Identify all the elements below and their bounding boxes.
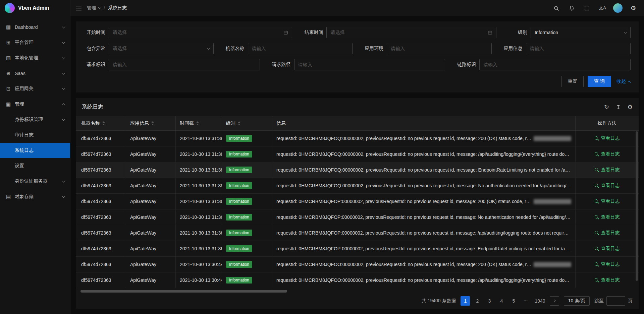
refresh-icon[interactable]: ↻ [604, 104, 609, 110]
reset-button[interactable]: 重置 [561, 76, 584, 87]
vertical-scrollbar[interactable] [636, 131, 638, 287]
sidebar-subitem[interactable]: 审计日志 [0, 127, 70, 143]
app-info-input-wrap [526, 43, 631, 54]
table-row: df5974d72363ApiGateWay2021-10-30 13:31:3… [76, 146, 639, 162]
cell-app-info: ApiGateWay [126, 209, 176, 225]
sidebar-item-gateway[interactable]: ⊡应用网关 [0, 81, 70, 97]
level-badge: Information [226, 230, 252, 236]
machine-name-input[interactable] [252, 46, 349, 51]
horizontal-scrollbar-thumb[interactable] [80, 290, 287, 293]
page-button-4[interactable]: 4 [497, 296, 506, 306]
table-toolbar: 系统日志 ↻ ⚙ [76, 98, 639, 116]
column-header[interactable]: 时间戳 [176, 116, 222, 130]
page-size-select[interactable]: 10 条/页 [564, 296, 590, 306]
chevron-down-icon [624, 30, 627, 34]
trace-id-input[interactable] [483, 62, 627, 67]
row-height-icon[interactable] [616, 105, 621, 110]
breadcrumb-separator: / [104, 5, 105, 11]
fullscreen-icon[interactable] [582, 0, 592, 16]
collapse-link[interactable]: 收起 [616, 78, 631, 84]
column-header[interactable]: 应用信息 [126, 116, 176, 130]
settings-icon[interactable]: ⚙ [628, 0, 639, 16]
chevron-up-icon [628, 81, 631, 83]
cell-machine-name: df5974d72363 [76, 146, 126, 162]
table-row: df5974d72363ApiGateWay2021-10-30 13:31:3… [76, 209, 639, 225]
cell-level: Information [222, 146, 272, 162]
sidebar-subitem[interactable]: 身份标识管理 [0, 112, 70, 127]
breadcrumb-parent-label: 管理 [87, 5, 96, 11]
sidebar-subitem-label: 设置 [15, 163, 65, 169]
sidebar: Vben Admin ▦Dashboard⊞平台管理▧本地化管理⊕Saas⊡应用… [0, 0, 70, 314]
app-info-input[interactable] [530, 46, 627, 51]
view-log-link[interactable]: 查看日志 [595, 151, 620, 157]
start-time-datepicker[interactable]: 请选择 [109, 27, 292, 38]
field-request-path: 请求路径 [269, 59, 445, 70]
jump-page-input[interactable] [606, 296, 625, 306]
cell-level: Information [222, 225, 272, 241]
view-log-link[interactable]: 查看日志 [595, 135, 620, 141]
column-header[interactable]: 机器名称 [76, 116, 126, 130]
request-id-input[interactable] [113, 62, 256, 67]
cell-app-info: ApiGateWay [126, 131, 176, 146]
breadcrumb-item-parent[interactable]: 管理 [87, 5, 101, 11]
sidebar-item-object-storage[interactable]: ▤对象存储 [0, 189, 70, 204]
vertical-scrollbar-thumb[interactable] [636, 131, 638, 281]
logo[interactable]: Vben Admin [0, 0, 70, 16]
object-storage-icon: ▤ [5, 194, 11, 200]
translate-icon[interactable]: 文A [597, 0, 608, 16]
cell-message: requestId: 0HMCRBM8JQFOO:00000002, previ… [272, 272, 576, 288]
view-log-link[interactable]: 查看日志 [595, 246, 620, 252]
cell-message: requestId: 0HMCRBM8JQFOQ:00000002, previ… [272, 178, 576, 193]
view-log-link[interactable]: 查看日志 [595, 230, 620, 236]
next-page-button[interactable] [550, 296, 559, 306]
table-title: 系统日志 [82, 104, 103, 111]
request-path-input[interactable] [298, 62, 441, 67]
cell-app-info: ApiGateWay [126, 225, 176, 241]
request-path-input-wrap [294, 59, 445, 70]
column-settings-icon[interactable]: ⚙ [628, 104, 633, 110]
sidebar-item-localization[interactable]: ▧本地化管理 [0, 50, 70, 66]
page-button-2[interactable]: 2 [473, 296, 482, 306]
end-time-datepicker[interactable]: 请选择 [326, 27, 496, 38]
page-button-5[interactable]: 5 [509, 296, 518, 306]
cell-timestamp: 2021-10-30 13:31:36 [176, 194, 222, 209]
view-log-link[interactable]: 查看日志 [595, 261, 620, 267]
page-button-1940[interactable]: 1940 [533, 296, 547, 306]
message-text: requestId: 0HMCRBM8JQFOP:00000002, previ… [276, 230, 571, 236]
sidebar-subitem[interactable]: 身份认证服务器 [0, 174, 70, 189]
view-log-link[interactable]: 查看日志 [595, 277, 620, 283]
cell-actions: 查看日志 [576, 209, 639, 225]
app-env-input[interactable] [391, 46, 488, 51]
menu-fold-icon[interactable] [75, 4, 82, 12]
field-machine-name: 机器名称 [223, 43, 353, 54]
page-button-1[interactable]: 1 [461, 296, 470, 306]
sidebar-item-saas[interactable]: ⊕Saas [0, 66, 70, 81]
sidebar-item-label: 平台管理 [15, 40, 62, 46]
cell-machine-name: df5974d72363 [76, 225, 126, 241]
sidebar-item-dashboard[interactable]: ▦Dashboard [0, 19, 70, 35]
sort-desc-icon [238, 124, 240, 125]
user-avatar[interactable] [612, 0, 623, 16]
search-button[interactable]: 查 询 [588, 76, 611, 87]
level-select[interactable]: Information [531, 27, 631, 38]
column-header[interactable]: 级别 [222, 116, 272, 130]
view-log-link[interactable]: 查看日志 [595, 183, 620, 189]
jump-prefix-label: 跳至 [594, 298, 604, 304]
page-button-3[interactable]: 3 [485, 296, 494, 306]
view-log-link[interactable]: 查看日志 [595, 214, 620, 220]
field-trace-id: 链路标识 [454, 59, 631, 70]
sidebar-item-management[interactable]: ▣管理 [0, 97, 70, 112]
cell-app-info: ApiGateWay [126, 178, 176, 193]
sidebar-subitem[interactable]: 设置 [0, 158, 70, 174]
sidebar-item-platform[interactable]: ⊞平台管理 [0, 35, 70, 50]
log-table: 机器名称应用信息时间戳级别信息操作方法 df5974d72363ApiGateW… [76, 116, 639, 289]
search-icon[interactable] [551, 0, 561, 16]
has-exception-select[interactable]: 请选择 [109, 43, 214, 54]
sidebar-subitem[interactable]: 系统日志 [0, 143, 70, 158]
main-area: 管理 / 系统日志 文A ⚙ 开始时 [70, 0, 644, 314]
notification-icon[interactable] [566, 0, 577, 16]
view-log-link[interactable]: 查看日志 [595, 198, 620, 204]
table-panel: 系统日志 ↻ ⚙ 机器名称应用信息时间戳级别信息操作方法 df5974d7236… [76, 98, 639, 309]
view-log-link[interactable]: 查看日志 [595, 167, 620, 173]
horizontal-scrollbar[interactable] [78, 289, 637, 293]
